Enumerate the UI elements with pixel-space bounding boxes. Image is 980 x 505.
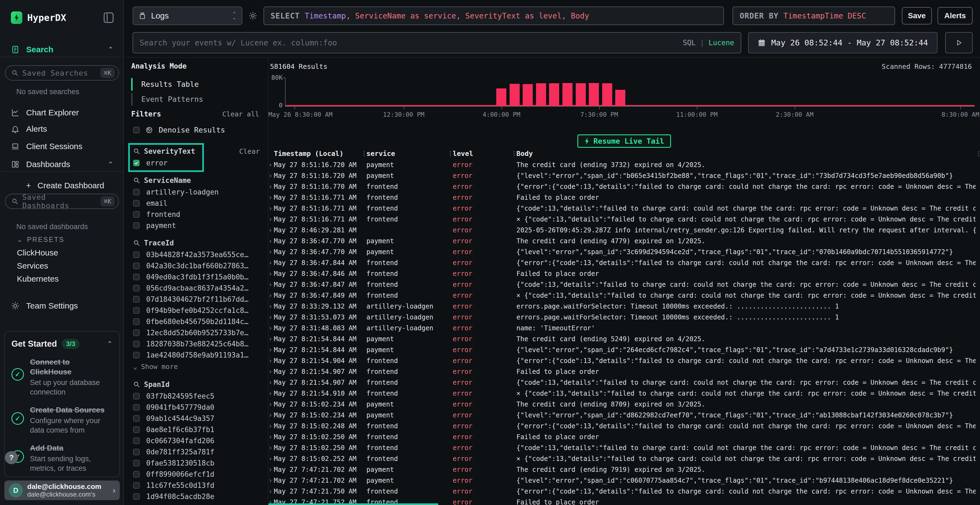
- histogram-bar[interactable]: [536, 83, 546, 105]
- table-row[interactable]: ›May 27 8:51:16.720 AMpaymenterrorThe cr…: [269, 159, 980, 170]
- column-resize-handle[interactable]: ⋮: [361, 150, 366, 157]
- source-settings-button[interactable]: [248, 11, 258, 21]
- filter-checkbox[interactable]: [133, 222, 140, 229]
- filter-option[interactable]: 0fbe680eb456750b2d1184c…: [133, 316, 260, 327]
- filter-checkbox[interactable]: [133, 329, 140, 336]
- filter-option[interactable]: 1d94f08c5acdb28e: [133, 491, 260, 502]
- preset-services[interactable]: Services: [17, 261, 48, 270]
- saved-searches-input[interactable]: Saved Searches ⌘K: [5, 65, 119, 81]
- lang-sql-toggle[interactable]: SQL: [683, 39, 695, 47]
- get-started-step[interactable]: ✓ Connect to ClickHouse Set up your data…: [11, 357, 113, 397]
- row-expand-icon[interactable]: ›: [269, 292, 274, 299]
- user-menu[interactable]: D dale@clickhouse.com dale@clickhouse.co…: [4, 481, 120, 500]
- filter-checkbox[interactable]: [133, 274, 140, 280]
- filter-option[interactable]: 0ff8990066efcf1d: [133, 468, 260, 480]
- create-dashboard-button[interactable]: + Create Dashboard: [26, 179, 113, 192]
- table-row[interactable]: ›May 27 8:51:16.771 AMfrontenderrorFaile…: [269, 192, 980, 203]
- filter-option[interactable]: 09041fb457779da0: [133, 402, 260, 413]
- filter-option[interactable]: 049ed0ac3fdb1f3f15a0b0b…: [133, 271, 260, 283]
- row-expand-icon[interactable]: ›: [269, 455, 274, 462]
- sidebar-item-alerts[interactable]: Alerts: [11, 123, 113, 135]
- filter-checkbox[interactable]: [133, 393, 140, 399]
- show-more-button[interactable]: ⌄Show more: [133, 502, 260, 505]
- col-header-body[interactable]: Body: [516, 150, 976, 157]
- table-row[interactable]: ›May 27 8:15:02.252 AMfrontenderror× {"c…: [269, 453, 980, 464]
- column-resize-handle[interactable]: ⋮: [976, 150, 980, 157]
- filter-option[interactable]: 042a30c3dc1baf660b27863…: [133, 260, 260, 271]
- filter-checkbox[interactable]: [133, 189, 140, 195]
- presets-toggle[interactable]: ⌄ PRESETS: [17, 236, 65, 243]
- sidebar-item-chart-explorer[interactable]: Chart Explorer: [11, 106, 113, 119]
- filter-checkbox[interactable]: [133, 404, 140, 411]
- date-range-picker[interactable]: May 26 08:52:44 - May 27 08:52:44: [748, 32, 937, 53]
- filter-checkbox[interactable]: [133, 352, 140, 358]
- table-row[interactable]: ›May 27 8:21:54.844 AMpaymenterrorThe cr…: [269, 333, 980, 345]
- column-resize-handle[interactable]: ⋮: [447, 150, 453, 157]
- row-expand-icon[interactable]: ›: [269, 477, 274, 484]
- row-expand-icon[interactable]: ›: [269, 303, 274, 310]
- row-expand-icon[interactable]: ›: [269, 237, 274, 245]
- filter-option[interactable]: 18287038b73e882425c64b8…: [133, 338, 260, 349]
- row-expand-icon[interactable]: ›: [269, 313, 274, 321]
- row-expand-icon[interactable]: ›: [269, 466, 274, 473]
- filter-option[interactable]: 1ae42480d758e9ab91193a1…: [133, 349, 260, 360]
- row-expand-icon[interactable]: ›: [269, 390, 274, 397]
- filter-option[interactable]: frontend: [133, 209, 260, 220]
- filter-checkbox[interactable]: [133, 471, 140, 478]
- row-expand-icon[interactable]: ›: [269, 335, 274, 343]
- filter-checkbox[interactable]: [133, 415, 140, 422]
- filter-option[interactable]: email: [133, 197, 260, 209]
- saved-dashboards-input[interactable]: Saved Dashboards ⌘K: [5, 194, 119, 209]
- histogram-bar[interactable]: [523, 84, 533, 105]
- mode-event-patterns[interactable]: Event Patterns: [131, 92, 260, 106]
- filter-option[interactable]: 12ec8dd52b60b9525733b7e…: [133, 327, 260, 338]
- sidebar-item-client-sessions[interactable]: Client Sessions: [11, 140, 113, 152]
- filter-checkbox[interactable]: [133, 262, 140, 269]
- denoise-filter[interactable]: Denoise Results: [133, 126, 225, 134]
- run-search-button[interactable]: [945, 32, 973, 53]
- histogram-bar[interactable]: [576, 83, 586, 105]
- col-header-service[interactable]: service: [366, 150, 447, 157]
- row-expand-icon[interactable]: ›: [269, 259, 274, 267]
- filter-checkbox[interactable]: [133, 200, 140, 206]
- help-button[interactable]: ?: [5, 451, 18, 464]
- events-histogram[interactable]: 80K 0 May 26 8:30:00 AM12:30:00 PM4:00:0…: [269, 76, 980, 122]
- histogram-bar[interactable]: [549, 83, 559, 105]
- preset-kubernetes[interactable]: Kubernetes: [17, 274, 59, 284]
- row-expand-icon[interactable]: ›: [269, 324, 274, 332]
- table-row[interactable]: ›May 27 8:36:47.847 AMfrontenderror{"cod…: [269, 279, 980, 290]
- table-row[interactable]: ›May 27 8:21:54.844 AMpaymenterror{"leve…: [269, 345, 980, 355]
- table-row[interactable]: ›May 27 8:21:54.910 AMfrontenderror× {"c…: [269, 388, 980, 399]
- row-expand-icon[interactable]: ›: [269, 488, 274, 495]
- histogram-bar[interactable]: [615, 90, 625, 105]
- horizontal-scrollbar[interactable]: [269, 503, 438, 505]
- table-row[interactable]: ›May 27 8:31:53.073 AMartillery-loadgene…: [269, 312, 980, 323]
- filter-option[interactable]: payment: [133, 220, 260, 231]
- table-row[interactable]: ›May 27 8:36:47.770 AMpaymenterror{"leve…: [269, 246, 980, 257]
- table-row[interactable]: ›May 27 8:33:29.132 AMartillery-loadgene…: [269, 301, 980, 312]
- row-expand-icon[interactable]: ›: [269, 346, 274, 354]
- table-row[interactable]: ›May 27 7:47:21.702 AMpaymenterrorThe cr…: [269, 464, 980, 475]
- table-row[interactable]: ›May 27 8:15:02.250 AMfrontenderrorFaile…: [269, 432, 980, 442]
- alerts-button[interactable]: Alerts: [937, 7, 973, 24]
- histogram-bar[interactable]: [496, 89, 506, 105]
- filter-checkbox[interactable]: [133, 296, 140, 303]
- filter-option[interactable]: 0de781ff325a781f: [133, 446, 260, 457]
- get-started-step[interactable]: ✓ Create Data Sources Configure where yo…: [11, 405, 113, 435]
- get-started-step[interactable]: ✓ Add Data Start sending logs, metrics, …: [11, 443, 113, 473]
- row-expand-icon[interactable]: ›: [269, 205, 274, 212]
- col-header-timestamp[interactable]: Timestamp (Local): [274, 150, 361, 157]
- mode-results-table[interactable]: Results Table: [131, 77, 260, 92]
- filter-option[interactable]: 11c67fe55c0d13fd: [133, 480, 260, 491]
- select-columns-input[interactable]: SELECT Timestamp, ServiceName as service…: [264, 6, 724, 25]
- row-expand-icon[interactable]: ›: [269, 183, 274, 191]
- filter-checkbox[interactable]: [133, 211, 140, 218]
- event-search-input[interactable]: Search your events w/ Lucene ex. column:…: [132, 32, 741, 53]
- row-expand-icon[interactable]: ›: [269, 379, 274, 386]
- row-expand-icon[interactable]: ›: [269, 357, 274, 365]
- sidebar-item-search[interactable]: Search ⌃: [11, 43, 113, 56]
- filter-option[interactable]: error: [133, 157, 260, 168]
- chevron-up-icon[interactable]: ⌃: [107, 340, 113, 348]
- row-expand-icon[interactable]: ›: [269, 270, 274, 278]
- table-row[interactable]: ›May 27 8:36:47.770 AMpaymenterrorThe cr…: [269, 236, 980, 246]
